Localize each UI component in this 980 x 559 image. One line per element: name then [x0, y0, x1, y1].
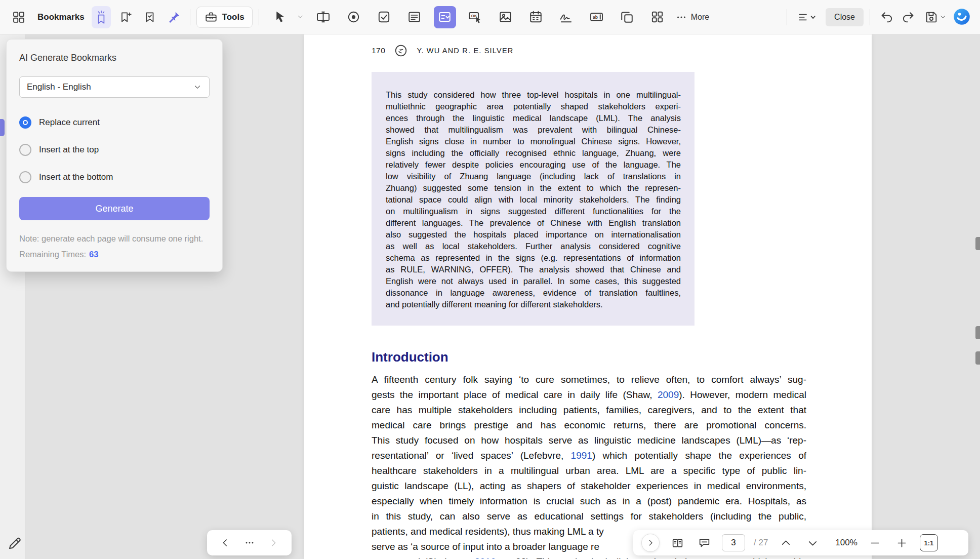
zoom-out-icon[interactable]	[866, 534, 884, 552]
actual-size-button[interactable]: 1:1	[920, 534, 938, 551]
tools-button[interactable]: Tools	[196, 7, 253, 28]
remaining-times-value: 63	[89, 250, 98, 259]
rail-selected-indicator	[0, 119, 5, 136]
abstract-line: schema as represented in the signs (e.g.…	[386, 252, 681, 264]
abstract-line: as well as local stakeholders. Further a…	[386, 241, 681, 252]
citation-link[interactable]: 2010	[474, 556, 496, 559]
body-line: healthcare stakeholders in a multilingua…	[372, 463, 806, 478]
page-thumbnails-icon[interactable]	[668, 534, 686, 552]
radio-label: Insert at the bottom	[39, 172, 113, 182]
radio-button-tool-icon[interactable]	[343, 6, 365, 28]
apps-grid-icon[interactable]	[8, 7, 29, 28]
prev-page-icon[interactable]	[220, 537, 231, 548]
generate-button[interactable]: Generate	[19, 197, 210, 220]
abstract-line: as RULE, WARNING, OFFER). The analysis s…	[386, 264, 681, 275]
clipped-panel-fragment	[975, 237, 980, 250]
radio-option[interactable]: Insert at the top	[19, 142, 210, 157]
expand-bar-button[interactable]	[641, 534, 660, 552]
abstract-box: This study considered how three top-leve…	[372, 72, 695, 326]
radio-option[interactable]: Insert at the bottom	[19, 170, 210, 185]
sort-options-icon[interactable]	[793, 7, 821, 28]
more-icon	[676, 12, 687, 23]
authors-header: Y. WU AND R. E. SILVER	[417, 47, 513, 55]
app-logo-icon[interactable]	[953, 8, 972, 27]
abstract-line: on multilingualism in signs suggested di…	[386, 206, 681, 217]
toolbar-separator	[190, 9, 190, 25]
abstract-line: English signs close in number to monolin…	[386, 136, 681, 147]
abstract-line: multiethnic geographic area potentially …	[386, 101, 681, 112]
zoom-level[interactable]: 100%	[835, 538, 857, 548]
radio-icon[interactable]	[19, 171, 31, 183]
radio-icon[interactable]	[19, 116, 31, 129]
page-up-icon[interactable]	[777, 534, 795, 552]
body-line: care has multiple stakeholders including…	[372, 403, 806, 418]
more-button[interactable]: More	[676, 12, 709, 23]
push-button-tool-icon[interactable]: OK	[464, 6, 486, 28]
next-page-icon[interactable]	[268, 537, 279, 548]
ai-bookmark-icon[interactable]	[92, 6, 111, 28]
history-nav-bar	[207, 530, 292, 555]
radio-option[interactable]: Replace current	[19, 115, 210, 130]
zoom-in-icon[interactable]	[893, 534, 911, 552]
page-down-icon[interactable]	[803, 534, 822, 552]
bookmark-position-options: Replace currentInsert at the topInsert a…	[19, 115, 210, 185]
toolbar-separator	[787, 9, 787, 25]
remaining-times-label: Remaining Times:	[19, 250, 86, 259]
body-line: resentational’ or ‘lived spaces’ (Lefebv…	[372, 448, 806, 463]
more-fields-tool-icon[interactable]	[646, 6, 669, 28]
abstract-text: This study considered how three top-leve…	[386, 89, 681, 310]
abstract-line: different languages. The prevalence of C…	[386, 217, 681, 229]
duplicate-tool-icon[interactable]	[616, 6, 638, 28]
svg-text:ab: ab	[593, 15, 598, 20]
svg-text:OK: OK	[471, 14, 477, 18]
citation-link[interactable]: 2009	[658, 389, 679, 400]
ai-generate-bookmarks-popup: AI Generate Bookmarks English - English …	[6, 39, 223, 272]
body-line: guistic landscape (LL), acting as shaper…	[372, 478, 806, 494]
abstract-line: Zhuang) suggested some tension in the ex…	[386, 182, 681, 194]
checkbox-tool-icon[interactable]	[373, 6, 395, 28]
language-select[interactable]: English - English	[19, 76, 210, 98]
abstract-line: low visibility of Zhuang language (inclu…	[386, 171, 681, 182]
page-total-label: / 27	[754, 538, 768, 548]
undo-icon[interactable]	[876, 7, 897, 28]
page-number-header: 170	[372, 46, 385, 55]
more-actions-icon[interactable]	[244, 537, 255, 548]
save-dropdown-icon[interactable]	[939, 13, 947, 21]
select-tool-dropdown-icon[interactable]	[297, 13, 304, 21]
publisher-logo-icon	[394, 44, 407, 57]
combo-box-tool-icon[interactable]	[434, 6, 456, 28]
top-toolbar: Bookmarks Tools	[0, 0, 980, 34]
abstract-line: dissonance in language awareness, eviden…	[386, 287, 681, 299]
abstract-line: This study considered how three top-leve…	[386, 89, 681, 101]
popup-title: AI Generate Bookmarks	[19, 53, 210, 63]
popup-note: Note: generate each page will consume on…	[19, 232, 210, 245]
text-area-tool-icon[interactable]: ab	[586, 6, 608, 28]
select-tool-icon[interactable]	[269, 6, 292, 28]
pin-icon[interactable]	[165, 6, 184, 28]
bookmarks-label: Bookmarks	[37, 12, 85, 22]
add-bookmark-icon[interactable]	[116, 6, 135, 28]
signature-field-tool-icon[interactable]	[555, 6, 578, 28]
body-line: gests the important place of medical car…	[372, 387, 806, 403]
body-line: A fifteenth century folk saying ‘to cure…	[372, 372, 806, 387]
list-box-tool-icon[interactable]	[403, 6, 426, 28]
abstract-line: English were not always used in parallel…	[386, 275, 681, 287]
annotation-panel-icon[interactable]	[695, 534, 713, 552]
pen-icon[interactable]	[7, 536, 23, 552]
toolbar-separator	[259, 9, 259, 25]
tools-label: Tools	[222, 12, 244, 22]
date-field-tool-icon[interactable]	[525, 6, 547, 28]
more-label: More	[691, 13, 709, 22]
pdf-page: 170 Y. WU AND R. E. SILVER This study co…	[304, 34, 872, 559]
image-field-tool-icon[interactable]	[495, 6, 517, 28]
page-number-input[interactable]	[722, 534, 745, 551]
bookmark-check-icon[interactable]	[140, 6, 159, 28]
text-field-tool-icon[interactable]	[312, 6, 335, 28]
redo-icon[interactable]	[897, 7, 919, 28]
body-line: in this study, can also serve as educati…	[372, 509, 806, 524]
radio-icon[interactable]	[19, 144, 31, 156]
remaining-times: Remaining Times:63	[19, 250, 210, 259]
abstract-line: signs including the officially recognise…	[386, 147, 681, 159]
close-button[interactable]: Close	[826, 8, 864, 26]
citation-link[interactable]: 1991	[571, 450, 592, 461]
